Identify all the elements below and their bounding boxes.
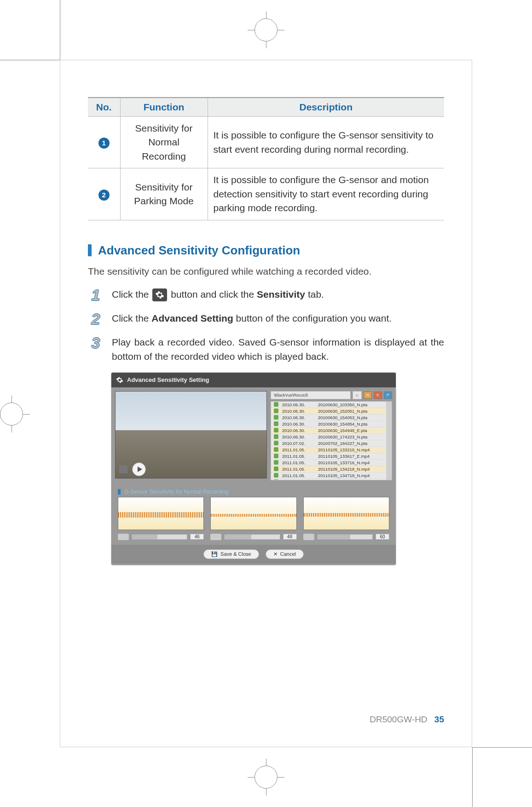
file-row[interactable]: 2010.07.02.20100702_184227_N.pta: [271, 440, 386, 447]
sensitivity-slider-y[interactable]: 48: [210, 534, 296, 540]
text: Click the: [112, 289, 151, 300]
gear-icon: [116, 376, 123, 384]
step-1: 1 Click the button and click the Sensiti…: [88, 287, 444, 303]
callout-table: No. Function Description 1 Sensitivity f…: [88, 97, 444, 220]
app-titlebar: Advanced Sensitivity Setting: [111, 373, 396, 387]
slider-value: 60: [376, 534, 389, 540]
scrollbar[interactable]: [386, 402, 392, 480]
file-row[interactable]: 2010.06.30.20100630_154053_N.pta: [271, 415, 386, 421]
gear-icon[interactable]: [152, 288, 167, 301]
speaker-icon[interactable]: [119, 465, 127, 473]
search-icon[interactable]: ⌕: [353, 391, 362, 399]
sensitivity-slider-x[interactable]: 46: [118, 534, 204, 540]
table-row: 1 Sensitivity for Normal Recording It is…: [88, 117, 444, 168]
sensor-section-title: G-Sensor Sensitivity for Normal Recordin…: [111, 484, 396, 497]
manual-page: No. Function Description 1 Sensitivity f…: [60, 60, 472, 747]
desc-cell: It is possible to configure the G-sensor…: [208, 168, 444, 220]
page-number: 35: [434, 715, 444, 724]
play-button[interactable]: [132, 462, 146, 476]
callout-number-1: 1: [98, 138, 110, 149]
text: button of the configuration you want.: [236, 313, 392, 323]
path-field[interactable]: \BlackVue\Record\: [271, 391, 351, 399]
file-list-panel: \BlackVue\Record\ ⌕ N E P 2010.06.30.201…: [271, 391, 392, 480]
section-heading: Advanced Sensitivity Configuration: [88, 243, 444, 258]
file-row[interactable]: 2011.01.05.20110105_134718_N.mp4: [271, 473, 386, 479]
save-close-button[interactable]: 💾Save & Close: [203, 549, 259, 559]
app-screenshot: Advanced Sensitivity Setting \BlackVue\R…: [111, 372, 396, 565]
callout-number-2: 2: [98, 190, 110, 201]
intro-text: The sensitivity can be configured while …: [88, 266, 444, 277]
text: button and click the: [171, 289, 257, 300]
filter-n[interactable]: N: [364, 392, 372, 399]
file-row[interactable]: 2010.06.30.20100630_152051_N.pta: [271, 408, 386, 415]
th-desc: Description: [208, 98, 444, 117]
text: Play back a recorded video. Saved G-sens…: [112, 335, 444, 364]
th-fn: Function: [120, 98, 208, 117]
page-footer: DR500GW-HD 35: [370, 715, 444, 725]
heading-bar-icon: [88, 244, 92, 256]
car-icon: [118, 534, 129, 540]
file-list[interactable]: 2010.06.30.20100630_103350_N.pta2010.06.…: [271, 401, 392, 480]
fn-cell: Sensitivity for Normal Recording: [120, 117, 208, 168]
th-no: No.: [88, 98, 120, 117]
sensor-graph-y: [210, 497, 296, 530]
desc-cell: It is possible to configure the G-sensor…: [208, 117, 444, 168]
file-row[interactable]: 2010.06.30.20100630_154854_N.pta: [271, 421, 386, 427]
bold-text: Advanced Setting: [151, 313, 233, 323]
sensor-graph-z: [303, 497, 389, 530]
step-number: 3: [88, 335, 104, 364]
file-row[interactable]: 2011.01.05.20110105_133716_N.mp4: [271, 460, 386, 466]
model-name: DR500GW-HD: [370, 715, 427, 724]
step-number: 1: [88, 287, 104, 303]
cancel-button[interactable]: ✕Cancel: [266, 549, 304, 559]
file-row[interactable]: 2011.01.05.20110105_133617_E.mp4: [271, 453, 386, 460]
slider-value: 48: [283, 534, 297, 540]
slider-value: 46: [190, 534, 204, 540]
file-row[interactable]: 2011.01.05.20110105_133216_N.mp4: [271, 447, 386, 453]
file-row[interactable]: 2010.06.30.20100630_103350_N.pta: [271, 402, 386, 408]
text: tab.: [308, 289, 324, 300]
car-icon: [303, 534, 314, 540]
filter-p[interactable]: P: [384, 392, 392, 399]
app-title: Advanced Sensitivity Setting: [127, 376, 209, 383]
step-3: 3 Play back a recorded video. Saved G-se…: [88, 335, 444, 364]
bold-text: Sensitivity: [257, 289, 305, 300]
text: Click the: [112, 313, 151, 323]
video-preview[interactable]: [115, 391, 267, 478]
table-row: 2 Sensitivity for Parking Mode It is pos…: [88, 168, 444, 220]
sensitivity-slider-z[interactable]: 60: [303, 534, 389, 540]
step-2: 2 Click the Advanced Setting button of t…: [88, 311, 444, 327]
file-row[interactable]: 2010.06.30.20100630_174223_N.pta: [271, 434, 386, 440]
file-row[interactable]: 2010.06.30.20100630_154948_E.pta: [271, 427, 386, 434]
sensor-graph-x: [118, 497, 204, 530]
car-icon: [210, 534, 221, 540]
step-number: 2: [88, 311, 104, 327]
file-row[interactable]: 2011.01.05.20110105_134218_N.mp4: [271, 466, 386, 473]
filter-e[interactable]: E: [374, 392, 382, 399]
section-title: Advanced Sensitivity Configuration: [98, 243, 300, 258]
file-row[interactable]: 2011.01.05.20110105_135219_N.mp4: [271, 479, 386, 480]
fn-cell: Sensitivity for Parking Mode: [120, 168, 208, 220]
